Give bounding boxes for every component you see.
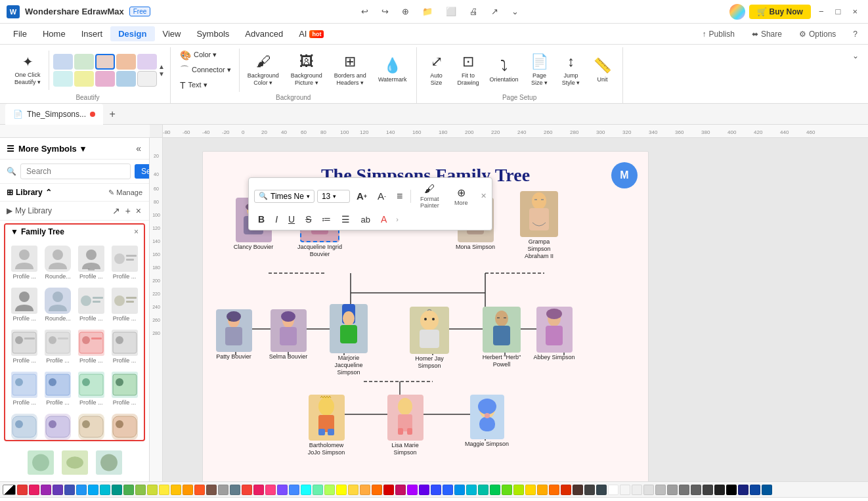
search-input[interactable] bbox=[20, 163, 131, 179]
color-swatch[interactable] bbox=[313, 485, 323, 495]
color-swatch[interactable] bbox=[171, 485, 181, 495]
export-btn[interactable]: ↗ bbox=[487, 5, 502, 18]
ribbon-collapse-btn[interactable]: ⌄ bbox=[848, 50, 863, 62]
color-swatch[interactable] bbox=[360, 485, 370, 495]
borders-btn[interactable]: ⊞ Borders andHeaders ▾ bbox=[330, 51, 370, 89]
align-btn[interactable]: ≡ bbox=[393, 189, 406, 204]
color-swatch[interactable] bbox=[277, 485, 288, 495]
watermark-btn[interactable]: 💧 Watermark bbox=[374, 54, 411, 86]
bold-btn[interactable]: B bbox=[254, 213, 269, 226]
underline-btn[interactable]: U bbox=[284, 213, 299, 226]
color-swatch[interactable] bbox=[76, 485, 87, 495]
bullet-list-btn[interactable]: ☰ bbox=[337, 213, 354, 226]
shape-item-7[interactable]: Profile ... bbox=[76, 285, 107, 324]
search-button[interactable]: Search bbox=[135, 164, 150, 179]
more-btn[interactable]: ⌄ bbox=[508, 5, 523, 18]
color-swatch[interactable] bbox=[443, 485, 453, 495]
color-swatch[interactable] bbox=[147, 485, 158, 495]
menu-view[interactable]: View bbox=[155, 26, 189, 41]
save-btn[interactable]: ⬜ bbox=[442, 5, 460, 18]
color-swatch[interactable] bbox=[561, 485, 571, 495]
shape-item-16[interactable]: Profile ... bbox=[109, 369, 140, 408]
color-swatch[interactable] bbox=[454, 485, 465, 495]
redo-btn[interactable]: ↪ bbox=[378, 5, 393, 18]
style-btn-7[interactable] bbox=[74, 71, 94, 87]
color-swatch[interactable] bbox=[123, 485, 134, 495]
my-library-label[interactable]: ▶ My Library bbox=[7, 206, 52, 215]
shape-item-5[interactable]: Profile ... bbox=[9, 285, 40, 324]
text-btn[interactable]: T Text ▾ bbox=[176, 79, 235, 92]
orientation-btn[interactable]: ⤵ Orientation bbox=[486, 54, 523, 86]
color-swatch[interactable] bbox=[584, 485, 595, 495]
color-swatch[interactable] bbox=[301, 485, 311, 495]
unit-btn[interactable]: 📏 Unit bbox=[588, 54, 617, 86]
shrink-font-btn[interactable]: A- bbox=[374, 189, 390, 203]
shape-item-15[interactable]: Profile ... bbox=[76, 369, 107, 408]
shape-item-20[interactable]: Rounde... bbox=[109, 411, 140, 441]
style-btn-8[interactable] bbox=[95, 71, 115, 87]
color-swatch[interactable] bbox=[478, 485, 488, 495]
format-painter-btn[interactable]: 🖌 FormatPainter bbox=[415, 182, 444, 210]
grow-font-btn[interactable]: A+ bbox=[353, 189, 371, 203]
shape-item-12[interactable]: Profile ... bbox=[109, 327, 140, 366]
color-swatch[interactable] bbox=[100, 485, 110, 495]
menu-advanced[interactable]: Advanced bbox=[237, 26, 291, 41]
color-swatch[interactable] bbox=[608, 485, 618, 495]
publish-btn[interactable]: ↑ Publish bbox=[697, 28, 740, 41]
new-btn[interactable]: ⊕ bbox=[398, 5, 413, 18]
color-swatch[interactable] bbox=[253, 485, 264, 495]
color-swatch[interactable] bbox=[206, 485, 217, 495]
sidebar-collapse-btn[interactable]: « bbox=[135, 142, 142, 155]
one-click-beautify-btn[interactable]: ✦ One ClickBeautify ▾ bbox=[11, 51, 45, 89]
color-swatch[interactable] bbox=[289, 485, 299, 495]
color-swatch[interactable] bbox=[714, 485, 725, 495]
font-size-selector[interactable]: 13 ▾ bbox=[317, 190, 350, 203]
style-btn-3[interactable] bbox=[95, 54, 115, 70]
color-swatch[interactable] bbox=[525, 485, 536, 495]
ribbon-scroll-up[interactable]: ▲ ▼ bbox=[158, 63, 165, 77]
color-swatch[interactable] bbox=[29, 485, 39, 495]
bg-color-btn[interactable]: 🖌 BackgroundColor ▾ bbox=[244, 51, 283, 89]
color-swatch[interactable] bbox=[112, 485, 122, 495]
color-swatch[interactable] bbox=[395, 485, 406, 495]
color-swatch[interactable] bbox=[466, 485, 477, 495]
color-swatch[interactable] bbox=[348, 485, 358, 495]
shape-item-9[interactable]: Profile ... bbox=[9, 327, 40, 366]
connector-btn[interactable]: ⌒ Connector ▾ bbox=[176, 63, 235, 77]
undo-btn[interactable]: ↩ bbox=[357, 5, 372, 18]
minimize-btn[interactable]: − bbox=[815, 5, 828, 18]
menu-design[interactable]: Design bbox=[110, 26, 154, 41]
color-swatch[interactable] bbox=[372, 485, 382, 495]
shape-item-10[interactable]: Profile ... bbox=[43, 327, 74, 366]
format-collapse-icon[interactable]: ✕ bbox=[481, 192, 487, 200]
color-swatch[interactable] bbox=[750, 485, 760, 495]
menu-ai[interactable]: AI hot bbox=[291, 26, 332, 41]
font-color-btn[interactable]: A bbox=[377, 213, 391, 226]
canvas-area[interactable]: 20 40 60 80 100 120 140 160 180 200 220 … bbox=[150, 138, 868, 481]
open-btn[interactable]: 📁 bbox=[418, 5, 437, 18]
style-btn-1[interactable] bbox=[53, 54, 73, 70]
color-swatch[interactable] bbox=[183, 485, 193, 495]
font-family-selector[interactable]: 🔍 Times Ne ▾ bbox=[254, 190, 315, 203]
shape-item-18[interactable]: Rounde... bbox=[43, 411, 74, 441]
my-library-close-icon[interactable]: × bbox=[135, 204, 142, 217]
more-shape-3[interactable] bbox=[95, 448, 123, 477]
menu-file[interactable]: File bbox=[5, 26, 35, 41]
color-swatch[interactable] bbox=[431, 485, 441, 495]
color-swatch[interactable] bbox=[490, 485, 500, 495]
color-swatch[interactable] bbox=[679, 485, 689, 495]
color-swatch[interactable] bbox=[573, 485, 583, 495]
color-swatch[interactable] bbox=[336, 485, 347, 495]
more-shape-2[interactable] bbox=[60, 448, 89, 477]
close-btn[interactable]: × bbox=[848, 5, 861, 18]
shape-item-8[interactable]: Profile ... bbox=[109, 285, 140, 324]
color-swatch[interactable] bbox=[502, 485, 512, 495]
color-swatch[interactable] bbox=[64, 485, 75, 495]
fit-to-drawing-btn[interactable]: ⊡ Fit toDrawing bbox=[454, 51, 483, 89]
color-swatch[interactable] bbox=[691, 485, 701, 495]
help-btn[interactable]: ? bbox=[848, 28, 863, 41]
shape-item-6[interactable]: Rounde... bbox=[43, 285, 74, 324]
style-btn-6[interactable] bbox=[53, 71, 73, 87]
style-btn-9[interactable] bbox=[116, 71, 136, 87]
menu-insert[interactable]: Insert bbox=[74, 26, 111, 41]
